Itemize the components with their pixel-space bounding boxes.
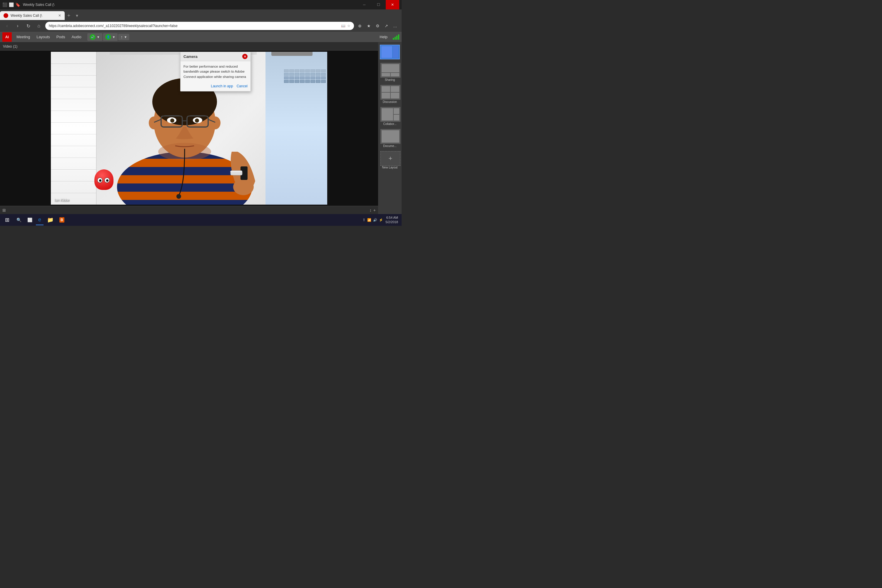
forward-button[interactable]: › bbox=[14, 22, 22, 30]
url-text: https://cambria.adobeconnect.com/_a11022… bbox=[49, 24, 341, 28]
tab-label: Weekly Sales Call (\ bbox=[10, 14, 42, 18]
taskbar-task-view[interactable]: ⬜ bbox=[25, 214, 35, 225]
new-layout-label: New Layout bbox=[380, 166, 399, 169]
building bbox=[284, 69, 326, 83]
tray-network-icon[interactable]: 📶 bbox=[367, 218, 371, 222]
tray-icon-1[interactable]: ⇧ bbox=[363, 218, 366, 222]
video-pod-header: Video (1) bbox=[0, 42, 378, 51]
url-bar[interactable]: https://cambria.adobeconnect.com/_a11022… bbox=[45, 22, 354, 30]
layout-item-discussion[interactable]: Discussion bbox=[379, 84, 400, 105]
menu-meeting[interactable]: Meeting bbox=[14, 33, 33, 40]
menu-right-section: Help bbox=[376, 33, 399, 40]
tray-bluetooth-icon[interactable]: ⚡ bbox=[379, 218, 383, 222]
taskbar-browser[interactable]: e bbox=[36, 214, 44, 225]
video-pod-count: (1) bbox=[13, 44, 17, 48]
svg-point-7 bbox=[149, 116, 159, 129]
maximize-button[interactable]: ☐ bbox=[372, 0, 385, 9]
layout-label-sharing: Sharing bbox=[380, 78, 399, 81]
menu-pods[interactable]: Pods bbox=[54, 33, 68, 40]
camera-popup: Camera ✕ For better performance and redu… bbox=[180, 52, 251, 92]
taskbar-file-explorer[interactable]: 📁 bbox=[45, 214, 56, 225]
close-button[interactable]: ✕ bbox=[386, 0, 399, 9]
menu-audio[interactable]: Audio bbox=[69, 33, 84, 40]
bottom-bar: ⊞ ↕ + bbox=[0, 206, 378, 214]
launch-in-app-button[interactable]: Launch in app bbox=[211, 84, 233, 88]
camera-popup-header: Camera ✕ bbox=[180, 52, 250, 61]
tools-icon[interactable]: ⚙ bbox=[374, 22, 381, 29]
title-bar: ⬛ ⬜ 🔖 Weekly Sales Call (\ ─ ☐ ✕ bbox=[0, 0, 402, 9]
extensions-icon[interactable]: ⊕ bbox=[356, 22, 363, 29]
help-menu-item[interactable]: Help bbox=[376, 33, 390, 40]
svg-point-19 bbox=[233, 179, 254, 195]
content-wrapper: Video (1) bbox=[0, 42, 378, 214]
audio-tool-button[interactable]: 🔊 ▼ bbox=[87, 33, 102, 41]
svg-point-8 bbox=[210, 116, 220, 129]
video-content: Ian Kibbe Camera ✕ For better performanc… bbox=[0, 51, 378, 206]
add-pod-icon[interactable]: + bbox=[374, 208, 376, 213]
bottom-right-icons: ↕ + bbox=[369, 208, 376, 213]
browser-system-icons: ⬛ ⬜ 🔖 bbox=[2, 2, 20, 7]
participant-name: Ian Kibbe bbox=[54, 198, 69, 202]
app-icon: B bbox=[59, 217, 64, 222]
favorites-icon[interactable]: ★ bbox=[365, 22, 372, 29]
tab-close-button[interactable]: ✕ bbox=[58, 14, 61, 18]
system-icon-3: 🔖 bbox=[15, 2, 20, 7]
window-controls: ─ ☐ ✕ bbox=[357, 0, 399, 9]
taskbar-search[interactable]: 🔍 bbox=[14, 214, 24, 225]
app-menu-bar: Ai Meeting Layouts Pods Audio 🔊 ▼ 👤 ▼ ↑ … bbox=[0, 32, 402, 42]
back-button[interactable]: ‹ bbox=[3, 22, 11, 30]
camera-popup-body: For better performance and reduced bandw… bbox=[180, 61, 250, 82]
layout-thumb-sharing bbox=[380, 63, 400, 78]
new-layout-button[interactable]: + New Layout bbox=[379, 150, 400, 170]
layout-label-document: Docume... bbox=[380, 144, 399, 148]
folder-icon: 📁 bbox=[47, 217, 54, 223]
layout-thumb-discussion bbox=[380, 85, 400, 100]
start-button[interactable]: ⊞ bbox=[1, 214, 13, 225]
camera-popup-close-button[interactable]: ✕ bbox=[242, 54, 248, 59]
layout-thumb-document bbox=[380, 129, 400, 144]
window-left bbox=[51, 52, 96, 205]
layout-item-sharing[interactable]: Sharing bbox=[379, 62, 400, 82]
cancel-button[interactable]: Cancel bbox=[237, 84, 248, 88]
system-icon-2: ⬜ bbox=[9, 2, 14, 7]
layout-label-discussion: Discussion bbox=[380, 100, 399, 104]
more-icon[interactable]: … bbox=[392, 22, 399, 29]
ie-icon: e bbox=[38, 217, 41, 223]
layout-item-collaboration[interactable]: Collabor... bbox=[379, 106, 400, 127]
taskbar-clock[interactable]: 6:54 AM 5/2/2018 bbox=[386, 216, 398, 225]
ac-unit bbox=[272, 52, 312, 56]
taskbar-app[interactable]: B bbox=[57, 214, 67, 225]
clock-time: 6:54 AM bbox=[386, 216, 398, 220]
layout-resize-icon[interactable]: ⊞ bbox=[2, 208, 6, 213]
tab-dropdown-button[interactable]: ▼ bbox=[73, 11, 81, 20]
expand-icon[interactable]: ↕ bbox=[369, 208, 372, 213]
active-tab[interactable]: Weekly Sales Call (\ ✕ bbox=[0, 11, 64, 20]
tray-sound-icon[interactable]: 🔊 bbox=[373, 218, 377, 222]
taskbar-right: ⇧ 📶 🔊 ⚡ 6:54 AM 5/2/2018 bbox=[363, 216, 400, 225]
tab-bar: Weekly Sales Call (\ ✕ + ▼ bbox=[0, 9, 402, 20]
layout-item-document[interactable]: Docume... bbox=[379, 128, 400, 149]
clock-date: 5/2/2018 bbox=[386, 220, 398, 224]
video-pod-title: Video bbox=[3, 44, 12, 48]
refresh-button[interactable]: ↻ bbox=[24, 22, 32, 30]
audio-on-icon: 🔊 bbox=[90, 34, 96, 40]
home-button[interactable]: ⌂ bbox=[35, 22, 43, 30]
svg-point-22 bbox=[176, 194, 181, 199]
camera-popup-message: For better performance and reduced bandw… bbox=[183, 64, 246, 78]
camera-popup-title: Camera bbox=[183, 54, 198, 59]
menu-layouts[interactable]: Layouts bbox=[33, 33, 53, 40]
share-icon[interactable]: ↗ bbox=[383, 22, 390, 29]
camera-tool-button[interactable]: 👤 ▼ bbox=[103, 33, 118, 41]
active-layout-indicator bbox=[380, 45, 400, 59]
new-tab-button[interactable]: + bbox=[64, 11, 73, 20]
main-area: Video (1) bbox=[0, 42, 402, 214]
camera-popup-footer: Launch in app Cancel bbox=[180, 82, 250, 91]
layout-thumb-collaboration bbox=[380, 107, 400, 122]
address-bar: ‹ › ↻ ⌂ https://cambria.adobeconnect.com… bbox=[0, 20, 402, 32]
svg-rect-23 bbox=[230, 171, 242, 172]
share-tool-button[interactable]: ↑ ▼ bbox=[118, 34, 129, 40]
new-layout-thumb: + bbox=[380, 151, 400, 166]
system-tray-icons: ⇧ 📶 🔊 ⚡ bbox=[363, 218, 383, 222]
bookmark-icon: ☆ bbox=[347, 24, 351, 28]
minimize-button[interactable]: ─ bbox=[357, 0, 371, 9]
